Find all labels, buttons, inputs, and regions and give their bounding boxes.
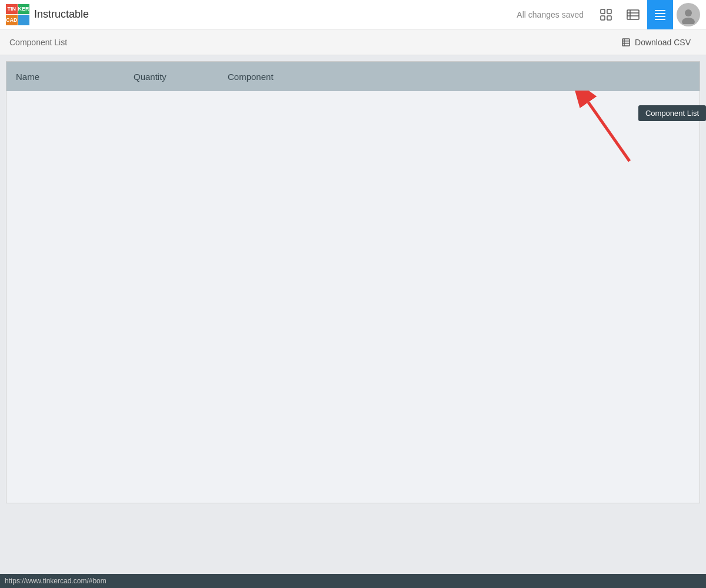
- svg-rect-11: [655, 19, 665, 20]
- svg-rect-2: [601, 16, 605, 20]
- logo-tin: TIN: [6, 4, 18, 15]
- logo-ker: KER: [18, 4, 29, 15]
- circuit-icon: [599, 8, 613, 22]
- statusbar-url: https://www.tinkercad.com/#bom: [5, 577, 106, 585]
- download-csv-button[interactable]: Download CSV: [615, 34, 697, 51]
- svg-rect-4: [627, 10, 639, 19]
- nav-icons: [593, 0, 700, 29]
- secondary-bar: Component List Download CSV: [0, 29, 706, 55]
- circuit-view-button[interactable]: [593, 0, 619, 29]
- topbar: TIN KER CAD Instructable All changes sav…: [0, 0, 706, 29]
- component-list-table: Name Quantity Component: [6, 61, 700, 503]
- svg-rect-14: [622, 39, 630, 46]
- save-status: All changes saved: [517, 10, 584, 19]
- component-list-tooltip: Component List: [638, 105, 706, 121]
- svg-rect-10: [655, 16, 665, 17]
- app-logo: TIN KER CAD: [6, 4, 27, 25]
- app-title: Instructable: [34, 8, 517, 21]
- svg-rect-9: [655, 13, 665, 14]
- logo-dot: [18, 15, 29, 25]
- download-icon: [621, 37, 631, 48]
- schematic-view-button[interactable]: [620, 0, 646, 29]
- section-title: Component List: [9, 38, 615, 47]
- table-body: [6, 91, 700, 503]
- svg-point-13: [682, 18, 695, 24]
- col-header-component: Component: [228, 72, 274, 82]
- schematic-icon: [626, 8, 640, 22]
- col-header-quantity: Quantity: [134, 72, 228, 82]
- svg-rect-3: [607, 16, 611, 20]
- logo-cad: CAD: [6, 15, 18, 25]
- user-avatar-button[interactable]: [677, 3, 700, 26]
- svg-rect-1: [607, 9, 611, 14]
- svg-rect-8: [655, 10, 665, 11]
- bom-view-button[interactable]: [647, 0, 673, 29]
- download-csv-label: Download CSV: [635, 38, 691, 47]
- main-content: Name Quantity Component Component List: [0, 61, 706, 588]
- svg-rect-0: [601, 9, 605, 14]
- avatar-icon: [679, 5, 698, 24]
- statusbar: https://www.tinkercad.com/#bom: [0, 574, 706, 588]
- bom-icon: [653, 8, 667, 22]
- table-header: Name Quantity Component: [6, 62, 700, 91]
- svg-point-12: [685, 9, 692, 16]
- col-header-name: Name: [16, 72, 134, 82]
